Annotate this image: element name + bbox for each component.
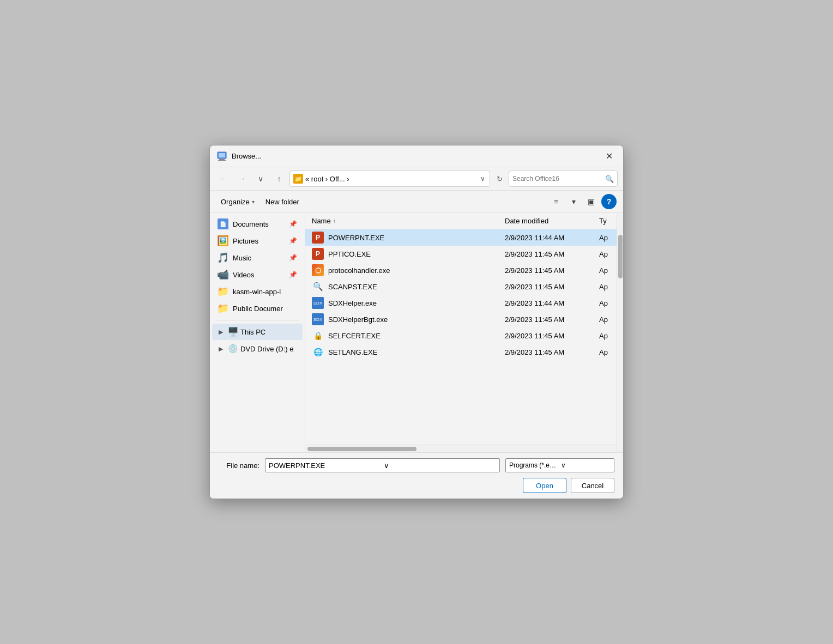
vertical-scrollbar[interactable] [617, 213, 623, 452]
toolbar: Organize ▾ New folder ≡ ▾ ▣ ? [210, 191, 623, 213]
vertical-scrollbar-thumb[interactable] [618, 235, 623, 278]
address-path: « root › Off... › [305, 175, 477, 183]
sidebar-label-pictures: Pictures [233, 237, 258, 245]
file-row[interactable]: ⬡ protocolhandler.exe 2/9/2023 11:45 AM … [305, 262, 617, 278]
file-cell-type: Ap [595, 250, 617, 258]
file-cell-date: 2/9/2023 11:45 AM [499, 250, 595, 258]
sidebar-label-this-pc: This PC [240, 328, 265, 336]
horizontal-scrollbar-thumb[interactable] [307, 447, 417, 451]
name-column-label: Name [312, 217, 331, 225]
file-row[interactable]: 🔒 SELFCERT.EXE 2/9/2023 11:45 AM Ap [305, 327, 617, 344]
file-name: PPTICO.EXE [328, 250, 371, 258]
pane-icon: ▣ [588, 197, 595, 206]
footer-buttons: Open Cancel [219, 478, 614, 493]
sidebar-item-videos[interactable]: 📹 Videos 📌 [212, 266, 303, 283]
address-bar[interactable]: 📁 « root › Off... › ∨ [289, 171, 490, 187]
file-row[interactable]: SDX SDXHelper.exe 2/9/2023 11:44 AM Ap [305, 295, 617, 311]
file-filter-select[interactable]: Programs (*.exe;*.com;*.cmd;*. ∨ [505, 458, 614, 472]
file-cell-date: 2/9/2023 11:45 AM [499, 348, 595, 356]
file-cell-date: 2/9/2023 11:45 AM [499, 315, 595, 324]
sidebar-item-documents[interactable]: 📄 Documents 📌 [212, 216, 303, 232]
type-column-header: Ty [595, 217, 617, 225]
horizontal-scrollbar[interactable] [305, 445, 617, 452]
type-column-label: Ty [599, 217, 607, 225]
sidebar-label-music: Music [233, 254, 251, 262]
filter-dropdown-arrow[interactable]: ∨ [561, 461, 611, 469]
file-cell-type: Ap [595, 348, 617, 356]
sidebar-tree-this-pc[interactable]: ▶ 🖥️ This PC [212, 324, 303, 340]
nav-bar: ← → ∨ ↑ 📁 « root › Off... › ∨ ↻ 🔍 [210, 167, 623, 191]
file-row[interactable]: P PPTICO.EXE 2/9/2023 11:45 AM Ap [305, 246, 617, 262]
file-row[interactable]: SDX SDXHelperBgt.exe 2/9/2023 11:45 AM A… [305, 311, 617, 327]
file-filter-label: Programs (*.exe;*.com;*.cmd;*. [509, 461, 559, 469]
sidebar-label-dvd: DVD Drive (D:) e [240, 345, 294, 353]
browse-dialog: Browse... ✕ ← → ∨ ↑ 📁 « root › Off... › … [209, 145, 624, 499]
ppt-icon: P [312, 248, 324, 260]
videos-icon: 📹 [218, 269, 228, 280]
sidebar-item-music[interactable]: 🎵 Music 📌 [212, 250, 303, 266]
new-folder-button[interactable]: New folder [261, 194, 304, 209]
sdx-icon: SDX [312, 313, 324, 325]
search-bar[interactable]: 🔍 [509, 171, 618, 187]
this-pc-expand-icon: ▶ [216, 327, 225, 336]
file-name: SETLANG.EXE [328, 348, 377, 356]
sidebar-label-videos: Videos [233, 271, 255, 279]
date-column-header[interactable]: Date modified [499, 217, 595, 225]
view-menu-button[interactable]: ≡ [548, 194, 564, 209]
file-cell-name: 🔍 SCANPST.EXE [305, 281, 499, 293]
organize-dropdown-arrow: ▾ [252, 199, 255, 205]
sidebar-tree-dvd[interactable]: ▶ 💿 DVD Drive (D:) e [212, 341, 303, 357]
file-cell-name: ⬡ protocolhandler.exe [305, 264, 499, 276]
svg-rect-1 [219, 153, 225, 157]
sidebar-label-public-docs: Public Documer [233, 305, 283, 313]
forward-button[interactable]: → [234, 171, 250, 187]
sidebar-item-public-docs[interactable]: 📁 Public Documer [212, 300, 303, 317]
new-folder-label: New folder [265, 198, 299, 206]
file-cell-type: Ap [595, 234, 617, 242]
title-bar: Browse... ✕ [210, 145, 623, 167]
documents-pin-icon: 📌 [289, 220, 297, 228]
history-dropdown-button[interactable]: ∨ [252, 171, 269, 187]
filename-dropdown-arrow[interactable]: ∨ [384, 461, 497, 470]
pictures-pin-icon: 📌 [289, 237, 297, 245]
file-row[interactable]: P POWERPNT.EXE 2/9/2023 11:44 AM Ap [305, 229, 617, 246]
file-row[interactable]: 🔍 SCANPST.EXE 2/9/2023 11:45 AM Ap [305, 278, 617, 295]
view-menu-icon: ≡ [554, 197, 558, 206]
file-name: SELFCERT.EXE [328, 332, 381, 340]
organize-button[interactable]: Organize ▾ [216, 194, 259, 209]
refresh-icon: ↻ [497, 175, 503, 183]
view-dropdown-button[interactable]: ▾ [565, 194, 582, 209]
folder-icon: 📁 [293, 174, 303, 184]
pane-toggle-button[interactable]: ▣ [583, 194, 599, 209]
name-column-header[interactable]: Name ↑ [305, 217, 499, 225]
monitor-icon: 🖥️ [227, 326, 238, 337]
sidebar-label-kasm: kasm-win-app-l [233, 288, 281, 296]
date-column-label: Date modified [505, 217, 548, 225]
sidebar-label-documents: Documents [233, 220, 269, 228]
file-cell-name: P POWERPNT.EXE [305, 232, 499, 244]
file-row[interactable]: 🌐 SETLANG.EXE 2/9/2023 11:45 AM Ap [305, 344, 617, 360]
up-button[interactable]: ↑ [271, 171, 287, 187]
sidebar-divider-1 [215, 320, 299, 320]
view-buttons: ≡ ▾ ▣ [548, 194, 599, 209]
file-name-input[interactable]: POWERPNT.EXE ∨ [265, 458, 500, 472]
dvd-icon: 💿 [227, 343, 238, 354]
ppt-icon: P [312, 232, 324, 244]
file-list-container: Name ↑ Date modified Ty P POWERPNT.EXE 2… [305, 213, 617, 452]
footer: File name: POWERPNT.EXE ∨ Programs (*.ex… [210, 453, 623, 499]
sidebar-item-pictures[interactable]: 🖼️ Pictures 📌 [212, 233, 303, 249]
refresh-button[interactable]: ↻ [492, 172, 506, 186]
address-dropdown-button[interactable]: ∨ [479, 174, 486, 184]
open-button[interactable]: Open [523, 478, 566, 493]
back-icon: ← [220, 174, 227, 183]
close-button[interactable]: ✕ [601, 149, 617, 164]
help-button[interactable]: ? [601, 194, 617, 209]
back-button[interactable]: ← [215, 171, 232, 187]
sidebar-item-kasm[interactable]: 📁 kasm-win-app-l [212, 283, 303, 300]
file-cell-date: 2/9/2023 11:45 AM [499, 283, 595, 291]
file-cell-name: 🔒 SELFCERT.EXE [305, 330, 499, 342]
cancel-button[interactable]: Cancel [571, 478, 614, 493]
file-cell-type: Ap [595, 299, 617, 307]
search-input[interactable] [512, 175, 603, 183]
file-cell-date: 2/9/2023 11:45 AM [499, 266, 595, 275]
